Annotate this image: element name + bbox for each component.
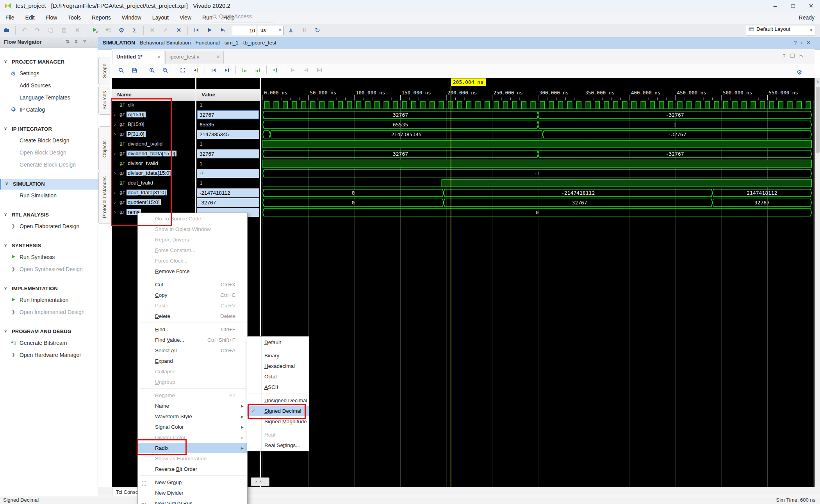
collapse-all-icon[interactable]: ⇅ — [66, 39, 70, 44]
expander-icon[interactable]: › — [114, 190, 116, 195]
signal-value-row[interactable]: 32767 — [196, 149, 260, 159]
signal-row-clk[interactable]: clk — [112, 100, 195, 110]
signal-row-dout-tdata-31-0-[interactable]: ›dout_tdata[31:0] — [112, 188, 195, 198]
expander-icon[interactable]: ❯ — [11, 266, 15, 272]
expander-icon[interactable]: › — [114, 151, 116, 156]
scroll-up-icon[interactable]: ∧ — [815, 78, 820, 85]
expander-icon[interactable]: ❯ — [11, 223, 15, 229]
settings-button[interactable]: ⚙ — [115, 24, 128, 31]
flownav-item-language-templates[interactable]: Language Templates — [0, 92, 98, 104]
signal-row-dout-tvalid[interactable]: dout_tvalid — [112, 178, 195, 188]
zoom-fit-button[interactable] — [176, 64, 189, 70]
signal-value-row[interactable]: 65535 — [196, 120, 260, 130]
menu-item-unsigned-decimal[interactable]: Unsigned Decimal — [247, 395, 309, 406]
zoom-out-button[interactable] — [159, 64, 172, 70]
run-button[interactable] — [88, 24, 102, 31]
menu-file[interactable]: File — [0, 12, 20, 21]
next-transition-button[interactable] — [251, 64, 264, 70]
flownav-section-project-manager[interactable]: ∨PROJECT MANAGER — [0, 57, 98, 67]
help-icon[interactable]: ? — [83, 39, 86, 44]
copy-button[interactable] — [44, 24, 57, 31]
stop-button[interactable] — [146, 24, 159, 31]
flownav-item-open-implemented-design[interactable]: ❯Open Implemented Design — [0, 306, 98, 318]
menu-item-new-virtual-bus[interactable]: New Virtual Bus — [138, 498, 247, 504]
menu-item-copy[interactable]: CopyCtrl+C — [138, 290, 247, 300]
tab-close-icon[interactable]: ✕ — [157, 54, 161, 60]
menu-item-new-group[interactable]: New Group — [138, 477, 247, 488]
signal-value-row[interactable]: 2147385345 — [196, 130, 260, 139]
signal-row-divisor-tdata-15-0-[interactable]: ›divisor_tdata[15:0] — [112, 169, 195, 178]
side-tab-protocol-instances[interactable]: Protocol Instances — [98, 171, 110, 224]
redo-button[interactable]: ↷ — [31, 24, 44, 31]
run-all-button[interactable] — [203, 24, 216, 31]
flownav-section-program-and-debug[interactable]: ∨PROGRAM AND DEBUG — [0, 326, 98, 337]
flownav-item-run-simulation[interactable]: Run Simulation — [0, 190, 98, 202]
menu-window[interactable]: Window — [116, 12, 147, 21]
header-help-icon[interactable]: ? — [794, 40, 800, 46]
flownav-item-run-synthesis[interactable]: Run Synthesis — [0, 251, 98, 263]
relaunch-button[interactable]: ↻ — [311, 24, 324, 31]
menu-layout[interactable]: Layout — [147, 12, 174, 21]
menu-item-select-all[interactable]: Select AllCtrl+A — [138, 345, 247, 356]
expand-collapse-icon[interactable]: ⇕ — [74, 39, 78, 44]
pane-help-icon[interactable]: ? — [783, 53, 790, 59]
minimize-button[interactable]: – — [766, 0, 784, 12]
add-marker-button[interactable] — [269, 64, 282, 70]
minimize-panel-icon[interactable]: – — [91, 39, 94, 44]
go-to-time-0-button[interactable] — [207, 64, 220, 70]
run-time-input[interactable] — [232, 26, 256, 34]
flownav-item-open-elaborated-design[interactable]: ❯Open Elaborated Design — [0, 220, 98, 232]
expander-icon[interactable]: ❯ — [11, 309, 15, 314]
value-column-header[interactable]: Value — [196, 89, 260, 101]
find-button[interactable] — [114, 64, 128, 70]
waveform-canvas[interactable]: 0.000 ns50.000 ns100.000 ns150.000 ns200… — [261, 78, 815, 487]
menu-item-hexadecimal[interactable]: Hexadecimal — [247, 361, 309, 371]
signal-value-row[interactable]: -2147418112 — [196, 188, 260, 198]
tab-close-icon[interactable]: ✕ — [216, 54, 220, 60]
signal-row-a-15-0-[interactable]: ›A[15:0] — [112, 110, 195, 120]
flownav-section-simulation[interactable]: ∨SIMULATION — [0, 179, 99, 190]
expander-icon[interactable]: › — [114, 121, 116, 127]
header-float-icon[interactable]: ▫ — [800, 40, 806, 46]
open-recent-button[interactable] — [0, 24, 13, 31]
collapse-right-icon[interactable]: › — [255, 479, 260, 484]
signal-row-dividend-tdata-15-0-[interactable]: ›dividend_tdata[15:0] — [112, 149, 195, 159]
waveform-settings-gear-icon[interactable]: ⚙ — [793, 66, 806, 78]
expander-icon[interactable]: › — [114, 131, 116, 137]
side-tab-sources[interactable]: Sources — [98, 86, 110, 115]
breakpoint-button[interactable] — [172, 24, 185, 31]
header-close-icon[interactable]: ✕ — [806, 40, 815, 46]
name-column-header[interactable]: Name — [112, 89, 195, 101]
delete-button[interactable] — [71, 24, 84, 31]
pause-button[interactable] — [298, 24, 311, 31]
tab-untitled-1-[interactable]: Untitled 1*✕ — [112, 51, 164, 64]
menu-flow[interactable]: Flow — [40, 12, 63, 21]
signal-row-dividend-tvalid[interactable]: dividend_tvalid — [112, 139, 195, 149]
flownav-item-generate-bitstream[interactable]: 0110Generate Bitstream — [0, 337, 98, 349]
signal-row-quotient-15-0-[interactable]: ›quotient[15:0] — [112, 198, 195, 208]
menu-item-octal[interactable]: Octal — [247, 371, 309, 382]
waveform-svg[interactable]: 0.000 ns50.000 ns100.000 ns150.000 ns200… — [261, 78, 815, 487]
menu-item-binary[interactable]: Binary — [247, 350, 309, 361]
go-to-start-button[interactable] — [190, 24, 203, 31]
menu-view[interactable]: View — [174, 12, 197, 21]
signal-value-row[interactable]: 1 — [196, 178, 260, 188]
go-to-cursor-button[interactable] — [189, 64, 203, 70]
time-unit-select[interactable]: us∨ — [258, 26, 283, 35]
menu-item-find---[interactable]: Find...Ctrl+F — [138, 324, 247, 335]
flownav-section-rtl-analysis[interactable]: ∨RTL ANALYSIS — [0, 209, 98, 220]
menu-reports[interactable]: Reports — [86, 12, 116, 21]
menu-tools[interactable]: Tools — [62, 12, 86, 21]
maximize-button[interactable]: □ — [784, 0, 802, 12]
pane-float-icon[interactable]: ❐ — [790, 53, 799, 59]
close-button[interactable]: ✕ — [802, 0, 820, 12]
pane-maximize-icon[interactable]: ⇱ — [799, 53, 808, 59]
expander-icon[interactable]: › — [114, 199, 116, 205]
quick-access-search[interactable]: Quick Access — [212, 13, 274, 23]
menu-item-default[interactable]: Default — [247, 337, 309, 348]
flownav-item-create-block-design[interactable]: Create Block Design — [0, 135, 98, 147]
swap-cursors-button[interactable] — [313, 64, 326, 70]
flownav-section-synthesis[interactable]: ∨SYNTHESIS — [0, 240, 98, 251]
menu-item-delete[interactable]: DeleteDelete — [138, 311, 247, 321]
signal-value-row[interactable]: 1 — [196, 159, 260, 169]
